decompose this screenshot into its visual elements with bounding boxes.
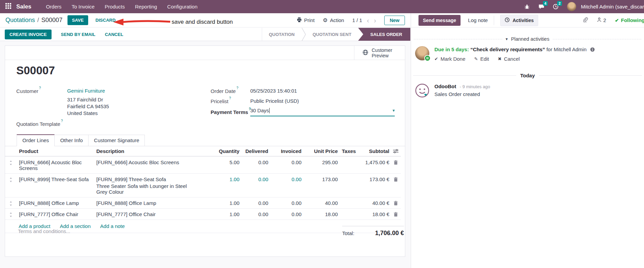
cell-product[interactable]: [FURN_6666] Acoustic Bloc Screens — [17, 159, 94, 171]
column-unit-price[interactable]: Unit Price — [303, 148, 339, 154]
attachment-paperclip-icon[interactable] — [583, 17, 588, 24]
column-product[interactable]: Product — [17, 148, 94, 154]
action-button[interactable]: ⚙ Action — [323, 17, 344, 23]
cell-delivered[interactable]: 0.00 — [240, 176, 269, 182]
pricelist-value[interactable]: Public Pricelist (USD) — [250, 98, 299, 104]
status-step-quotation-sent[interactable]: QUOTATION SENT — [306, 28, 358, 41]
message-author[interactable]: OdooBot — [434, 83, 456, 89]
delete-line-button[interactable] — [391, 200, 401, 206]
drag-handle-icon[interactable] — [5, 176, 17, 182]
delete-line-button[interactable] — [391, 211, 401, 217]
delete-line-button[interactable] — [391, 159, 401, 165]
debug-bug-icon[interactable] — [521, 0, 533, 13]
followers-button[interactable]: 2 — [597, 17, 606, 23]
order-line-row[interactable]: [FURN_6666] Acoustic Bloc Screens [FURN_… — [5, 157, 401, 174]
print-button[interactable]: Print — [297, 17, 315, 23]
cell-quantity[interactable]: 1.00 — [199, 200, 240, 206]
column-delivered[interactable]: Delivered — [240, 148, 269, 154]
create-invoice-button[interactable]: CREATE INVOICE — [5, 30, 52, 39]
pager-prev-icon[interactable]: ‹ — [367, 17, 369, 24]
column-invoiced[interactable]: Invoiced — [269, 148, 303, 154]
drag-handle-icon[interactable] — [5, 200, 17, 206]
user-name[interactable]: Mitchell Admin (save_discar — [581, 4, 644, 9]
pager-next-icon[interactable]: › — [374, 17, 376, 24]
cell-description[interactable]: [FURN_8999] Three-Seat SofaThree Seater … — [94, 176, 199, 195]
customer-name-link[interactable]: Gemini Furniture — [67, 88, 105, 94]
collapse-caret-icon[interactable]: ▾ — [506, 37, 508, 41]
column-taxes[interactable]: Taxes — [339, 148, 359, 154]
nav-menu-configuration[interactable]: Configuration — [162, 0, 202, 13]
column-quantity[interactable]: Quantity — [199, 148, 240, 154]
dropdown-caret-icon[interactable]: ▾ — [392, 108, 395, 113]
cancel-activity-button[interactable]: ✖Cancel — [498, 56, 520, 62]
mark-done-button[interactable]: ✔Mark Done — [434, 56, 465, 62]
send-by-email-button[interactable]: SEND BY EMAIL — [61, 32, 96, 37]
cell-description[interactable]: [FURN_8888] Office Lamp — [94, 200, 199, 206]
drag-handle-icon[interactable] — [5, 211, 17, 217]
cell-description[interactable]: [FURN_7777] Office Chair — [94, 211, 199, 217]
status-step-quotation[interactable]: QUOTATION — [262, 28, 301, 41]
cancel-button[interactable]: CANCEL — [105, 32, 123, 37]
quotation-template-label: Quotation Template? — [16, 121, 63, 127]
activities-button[interactable]: Activities — [500, 15, 538, 26]
drag-handle-icon[interactable] — [5, 159, 17, 165]
activities-clock-icon[interactable]: 2 — [549, 0, 562, 13]
edit-activity-button[interactable]: ✎Edit — [474, 56, 489, 62]
terms-and-conditions-placeholder[interactable]: Terms and conditions... — [18, 228, 70, 234]
user-avatar[interactable] — [567, 2, 576, 11]
payment-terms-input[interactable]: 30 Days ▾ — [250, 108, 395, 116]
cell-delivered[interactable]: 0.00 — [240, 211, 269, 217]
systray: 4 2 Mitchell Admin (save_discar — [521, 0, 644, 13]
info-icon[interactable] — [590, 47, 595, 53]
send-message-button[interactable]: Send message — [418, 15, 461, 26]
apps-menu-button[interactable] — [0, 3, 16, 10]
add-note-link[interactable]: Add a note — [100, 223, 125, 229]
cell-unit-price[interactable]: 18.00 — [303, 211, 339, 217]
cell-quantity[interactable]: 1.00 — [199, 176, 240, 182]
chatter-header-right: 2 ✔ Following — [583, 17, 639, 24]
annotation-text: save and discard button — [172, 19, 233, 25]
cell-invoiced[interactable]: 0.00 — [269, 211, 303, 217]
tab-order-lines[interactable]: Order Lines — [17, 134, 55, 146]
order-line-row[interactable]: [FURN_8888] Office Lamp [FURN_8888] Offi… — [5, 197, 401, 209]
new-button[interactable]: New — [384, 16, 405, 25]
cell-invoiced[interactable]: 0.00 — [269, 176, 303, 182]
cell-invoiced[interactable]: 0.00 — [269, 159, 303, 165]
cell-unit-price[interactable]: 173.00 — [303, 176, 339, 182]
save-button[interactable]: SAVE — [67, 15, 88, 25]
cell-delivered[interactable]: 0.00 — [240, 159, 269, 165]
column-options[interactable] — [391, 148, 401, 154]
today-divider: Today — [411, 73, 644, 78]
following-button[interactable]: ✔ Following — [615, 17, 644, 23]
cell-quantity[interactable]: 5.00 — [199, 159, 240, 165]
customer-preview-button[interactable]: Customer Preview — [354, 46, 405, 60]
messages-icon[interactable]: 4 — [535, 0, 547, 13]
cell-delivered[interactable]: 0.00 — [240, 200, 269, 206]
cell-quantity[interactable]: 1.00 — [199, 211, 240, 217]
column-subtotal[interactable]: Subtotal — [359, 148, 391, 154]
order-line-row[interactable]: [FURN_8999] Three-Seat Sofa [FURN_8999] … — [5, 174, 401, 197]
cell-unit-price[interactable]: 40.00 — [303, 200, 339, 206]
nav-menu-reporting[interactable]: Reporting — [130, 0, 162, 13]
delete-line-button[interactable] — [391, 176, 401, 182]
nav-menu-products[interactable]: Products — [100, 0, 130, 13]
cell-product[interactable]: [FURN_7777] Office Chair — [17, 211, 94, 217]
cell-product[interactable]: [FURN_8999] Three-Seat Sofa — [17, 176, 94, 182]
column-description[interactable]: Description — [94, 148, 199, 154]
nav-menu-to-invoice[interactable]: To Invoice — [66, 0, 100, 13]
order-line-row[interactable]: [FURN_7777] Office Chair [FURN_7777] Off… — [5, 209, 401, 220]
status-step-sales-order[interactable]: SALES ORDER — [358, 28, 410, 41]
following-check-icon: ✔ — [615, 18, 619, 23]
cell-product[interactable]: [FURN_8888] Office Lamp — [17, 200, 94, 206]
order-date-value[interactable]: 05/25/2023 15:40:01 — [250, 88, 297, 94]
tab-customer-signature[interactable]: Customer Signature — [88, 135, 145, 146]
log-note-button[interactable]: Log note — [468, 17, 488, 23]
nav-menu-orders[interactable]: Orders — [41, 0, 66, 13]
tab-other-info[interactable]: Other Info — [54, 135, 89, 146]
cell-unit-price[interactable]: 295.00 — [303, 159, 339, 165]
cell-description[interactable]: [FURN_6666] Acoustic Bloc Screens — [94, 159, 199, 165]
app-name[interactable]: Sales — [16, 3, 31, 10]
cell-invoiced[interactable]: 0.00 — [269, 200, 303, 206]
breadcrumb-quotations-link[interactable]: Quotations — [5, 17, 35, 24]
planned-activities-label[interactable]: Planned activities — [511, 36, 549, 42]
